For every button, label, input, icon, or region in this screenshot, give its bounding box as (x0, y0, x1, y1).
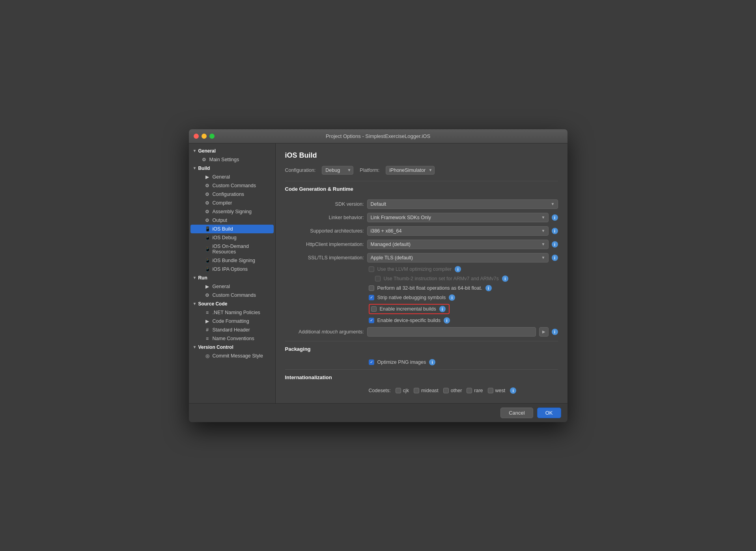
sidebar-item-custom-commands[interactable]: ⚙ Custom Commands (190, 181, 274, 190)
sidebar-item-ios-on-demand[interactable]: 📱 iOS On-Demand Resources (190, 242, 274, 256)
mtouch-row: Additional mtouch arguments: ▶ i (285, 325, 558, 339)
thumb2-checkbox[interactable] (375, 276, 381, 281)
cjk-checkbox[interactable] (396, 388, 401, 393)
strip-symbols-checkbox[interactable] (369, 295, 374, 300)
sidebar-item-main-settings[interactable]: ⚙ Main Settings (190, 155, 274, 164)
sdk-version-label: SDK version: (285, 201, 364, 207)
incremental-info-button[interactable]: i (439, 306, 446, 312)
device-specific-checkbox[interactable] (369, 318, 374, 323)
close-button[interactable] (194, 134, 199, 139)
divider2 (285, 341, 558, 341)
sidebar-item-run-custom-commands[interactable]: ⚙ Custom Commands (190, 291, 274, 300)
optimize-png-label: Optimize PNG images (377, 359, 426, 365)
sidebar-item-output[interactable]: ⚙ Output (190, 216, 274, 225)
mtouch-play-button[interactable]: ▶ (539, 327, 549, 337)
sidebar-item-commit-message-style[interactable]: ◎ Commit Message Style (190, 352, 274, 360)
hash-icon: # (205, 327, 210, 333)
west-label: west (495, 388, 506, 393)
codesets-info-button[interactable]: i (510, 387, 516, 394)
rare-label: rare (474, 388, 483, 393)
platform-select[interactable]: iPhoneSimulator (386, 166, 435, 175)
httpclient-info-button[interactable]: i (552, 241, 558, 248)
sidebar-item-assembly-signing[interactable]: ⚙ Assembly Signing (190, 207, 274, 216)
float-ops-row: Perform all 32-bit float operations as 6… (285, 283, 558, 293)
codesets-row: Codesets: cjk mideast other rare (285, 386, 558, 395)
incremental-builds-checkbox[interactable] (371, 306, 377, 312)
httpclient-row: HttpClient implementation: Managed (defa… (285, 238, 558, 251)
ssl-info-button[interactable]: i (552, 255, 558, 261)
sidebar-item-ios-debug[interactable]: 📱 iOS Debug (190, 233, 274, 242)
sidebar-section-run[interactable]: ▼ Run (189, 274, 275, 282)
minimize-button[interactable] (202, 134, 207, 139)
sidebar-item-run-general[interactable]: ▶ General (190, 282, 274, 291)
configuration-select-wrapper: Debug ▼ (322, 166, 353, 175)
mtouch-info-button[interactable]: i (552, 329, 558, 335)
traffic-lights (194, 134, 215, 139)
thumb2-info-button[interactable]: i (502, 276, 508, 282)
sidebar-item-standard-header[interactable]: # Standard Header (190, 326, 274, 334)
other-checkbox[interactable] (443, 388, 449, 393)
cancel-button[interactable]: Cancel (500, 408, 533, 418)
device-specific-label: Enable device-specific builds (377, 318, 441, 323)
sidebar-item-build-general[interactable]: ▶ General (190, 173, 274, 181)
circle-icon: ◎ (205, 353, 210, 359)
cjk-label: cjk (403, 388, 409, 393)
build-section-label: Build (198, 166, 210, 171)
sidebar-section-version-control[interactable]: ▼ Version Control (189, 343, 275, 352)
configuration-select[interactable]: Debug (322, 166, 353, 175)
arrow-icon: ▶ (205, 284, 210, 289)
httpclient-select-wrapper: Managed (default) ▼ (367, 240, 549, 249)
version-control-section-label: Version Control (198, 344, 233, 350)
ssl-tls-row: SSL/TLS implementation: Apple TLS (defau… (285, 251, 558, 264)
linker-behavior-label: Linker behavior: (285, 215, 364, 220)
window-title: Project Options - SimplestExerciseLogger… (326, 133, 430, 139)
mideast-checkbox[interactable] (414, 388, 419, 393)
sidebar-item-ios-ipa-options[interactable]: 📱 iOS IPA Options (190, 265, 274, 274)
content-area: iOS Build Configuration: Debug ▼ Platfor… (276, 143, 567, 403)
maximize-button[interactable] (209, 134, 215, 139)
sidebar-item-ios-build[interactable]: 📱 iOS Build (190, 225, 274, 233)
llvm-checkbox[interactable] (369, 266, 374, 272)
platform-select-wrapper: iPhoneSimulator ▼ (386, 166, 435, 175)
httpclient-select[interactable]: Managed (default) (367, 240, 549, 249)
source-code-section-label: Source Code (198, 301, 227, 307)
float-ops-label: Perform all 32-bit float operations as 6… (377, 285, 482, 291)
incremental-builds-highlight: Enable incremental builds i (369, 304, 450, 314)
config-label: Configuration: (285, 168, 316, 173)
sidebar-item-configurations[interactable]: ⚙ Configurations (190, 190, 274, 199)
strip-info-button[interactable]: i (449, 294, 455, 301)
float-info-button[interactable]: i (485, 285, 492, 291)
platform-label: Platform: (360, 168, 379, 173)
float-ops-checkbox[interactable] (369, 285, 374, 291)
mtouch-input[interactable] (367, 327, 536, 337)
optimize-png-info-button[interactable]: i (429, 359, 435, 365)
sidebar-section-general[interactable]: ▼ General (189, 147, 275, 155)
sidebar-section-build[interactable]: ▼ Build (189, 164, 275, 173)
sidebar-item-ios-bundle-signing[interactable]: 📱 iOS Bundle Signing (190, 256, 274, 265)
sidebar-item-net-naming[interactable]: ≡ .NET Naming Policies (190, 308, 274, 317)
linker-behavior-select[interactable]: Link Framework SDKs Only (367, 213, 549, 222)
divider3 (285, 369, 558, 370)
mtouch-label: Additional mtouch arguments: (285, 329, 364, 335)
arch-info-button[interactable]: i (552, 228, 558, 234)
linker-info-button[interactable]: i (552, 214, 558, 221)
llvm-info-button[interactable]: i (455, 266, 461, 272)
supported-arch-select[interactable]: i386 + x86_64 (367, 226, 549, 236)
ssl-tls-select[interactable]: Apple TLS (default) (367, 253, 549, 262)
sidebar-section-source-code[interactable]: ▼ Source Code (189, 300, 275, 308)
sdk-version-select[interactable]: Default (367, 199, 558, 209)
device-info-button[interactable]: i (444, 317, 450, 324)
sidebar-item-code-formatting[interactable]: ▶ Code Formatting (190, 317, 274, 326)
sidebar-item-name-conventions[interactable]: ≡ Name Conventions (190, 334, 274, 343)
arrow-icon: ▶ (205, 318, 210, 324)
ssl-tls-label: SSL/TLS implementation: (285, 255, 364, 261)
arrow-icon: ▶ (205, 174, 210, 180)
sidebar-item-compiler[interactable]: ⚙ Compiler (190, 199, 274, 207)
optimize-png-checkbox[interactable] (369, 359, 374, 365)
rare-checkbox[interactable] (467, 388, 472, 393)
gear-icon: ⚙ (202, 157, 207, 162)
ok-button[interactable]: OK (537, 408, 561, 418)
packaging-section-header: Packaging (285, 346, 558, 354)
titlebar: Project Options - SimplestExerciseLogger… (189, 129, 567, 143)
west-checkbox[interactable] (488, 388, 493, 393)
